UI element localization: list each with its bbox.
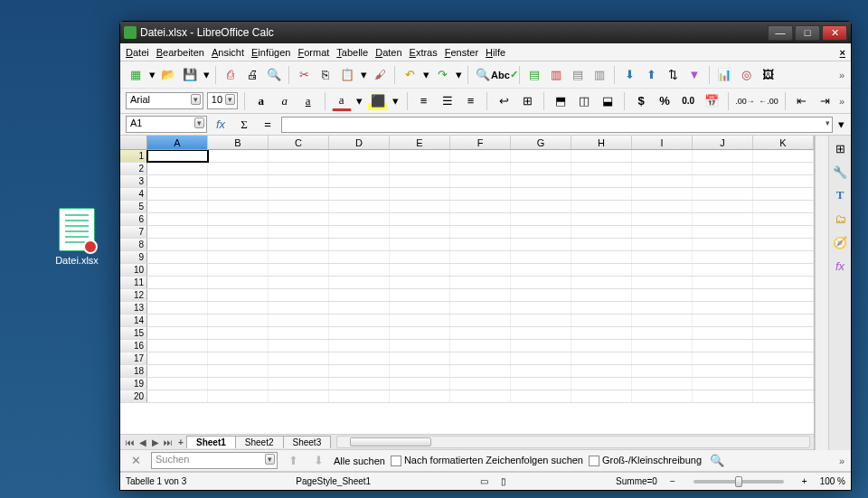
cell-C7[interactable]	[269, 226, 329, 238]
cell-E2[interactable]	[390, 163, 450, 174]
cell-F9[interactable]	[450, 251, 511, 263]
cell-I8[interactable]	[632, 239, 693, 250]
cell-E16[interactable]	[390, 340, 450, 352]
cell-J13[interactable]	[693, 302, 753, 314]
open-icon[interactable]: 📂	[158, 65, 178, 85]
zoom-in-icon[interactable]: +	[802, 476, 807, 486]
cell-A2[interactable]	[147, 163, 208, 174]
col-header-C[interactable]: C	[269, 136, 329, 149]
cell-C2[interactable]	[269, 163, 329, 174]
pivot-icon[interactable]: ◎	[736, 65, 756, 85]
col-header-B[interactable]: B	[208, 136, 269, 149]
cell-E20[interactable]	[390, 390, 450, 402]
font-color-icon[interactable]: a	[332, 91, 352, 111]
cell-A15[interactable]	[147, 327, 208, 339]
cell-F13[interactable]	[450, 302, 511, 314]
cell-B16[interactable]	[208, 340, 269, 352]
cell-A14[interactable]	[147, 315, 208, 326]
cell-A3[interactable]	[147, 175, 208, 187]
cell-D5[interactable]	[329, 201, 390, 212]
menu-help[interactable]: Hilfe	[486, 47, 505, 58]
cell-F20[interactable]	[450, 390, 511, 402]
cell-D20[interactable]	[329, 390, 390, 402]
toolbar-overflow[interactable]: »	[839, 70, 845, 80]
cell-K8[interactable]	[753, 239, 814, 250]
align-right-icon[interactable]: ≡	[460, 91, 480, 111]
col-header-A[interactable]: A	[147, 136, 208, 149]
cell-A13[interactable]	[147, 302, 208, 314]
cell-H11[interactable]	[571, 277, 632, 288]
gallery-icon[interactable]: 🗂	[831, 210, 849, 228]
redo-icon[interactable]: ↷	[432, 65, 452, 85]
cell-F17[interactable]	[450, 352, 511, 364]
cell-G8[interactable]	[511, 239, 571, 250]
cell-B17[interactable]	[208, 352, 269, 364]
cell-H19[interactable]	[571, 378, 632, 390]
row-header-12[interactable]: 12	[120, 289, 147, 301]
row-header-14[interactable]: 14	[120, 315, 147, 326]
cell-I2[interactable]	[632, 163, 693, 174]
merge-icon[interactable]: ⊞	[517, 91, 537, 111]
cell-G5[interactable]	[511, 201, 571, 212]
cell-G1[interactable]	[511, 150, 571, 162]
cell-A17[interactable]	[147, 352, 208, 364]
cell-K6[interactable]	[753, 213, 814, 225]
desktop-file-icon[interactable]: Datei.xlsx	[45, 208, 108, 266]
titlebar[interactable]: Datei.xlsx - LibreOffice Calc — □ ✕	[120, 22, 851, 43]
cell-G13[interactable]	[511, 302, 571, 314]
cell-A18[interactable]	[147, 365, 208, 377]
cell-F15[interactable]	[450, 327, 511, 339]
cell-G18[interactable]	[511, 365, 571, 377]
horizontal-scrollbar[interactable]	[336, 436, 810, 448]
cell-K7[interactable]	[753, 226, 814, 238]
cell-F5[interactable]	[450, 201, 511, 212]
menu-table[interactable]: Tabelle	[336, 47, 368, 58]
col-header-H[interactable]: H	[571, 136, 632, 149]
close-document-button[interactable]: ×	[840, 47, 845, 58]
menu-window[interactable]: Fenster	[445, 47, 478, 58]
cell-D2[interactable]	[329, 163, 390, 174]
cell-D10[interactable]	[329, 264, 390, 276]
sheet-tab-Sheet2[interactable]: Sheet2	[235, 436, 284, 448]
row-header-17[interactable]: 17	[120, 352, 147, 364]
selection-mode-icon[interactable]: ▯	[501, 476, 506, 486]
cell-I10[interactable]	[632, 264, 693, 276]
cell-D18[interactable]	[329, 365, 390, 377]
cell-I5[interactable]	[632, 201, 693, 212]
column-icon[interactable]: ▥	[546, 65, 566, 85]
search-formatted-checkbox[interactable]: Nach formatierten Zeichenfolgen suchen	[391, 455, 583, 466]
cell-C12[interactable]	[269, 289, 329, 301]
sheet-tab-Sheet3[interactable]: Sheet3	[283, 436, 332, 448]
valign-top-icon[interactable]: ⬒	[551, 91, 571, 111]
cell-H4[interactable]	[571, 188, 632, 200]
cell-C11[interactable]	[269, 277, 329, 288]
cell-F7[interactable]	[450, 226, 511, 238]
cell-I7[interactable]	[632, 226, 693, 238]
cell-G19[interactable]	[511, 378, 571, 390]
wrap-icon[interactable]: ↩	[494, 91, 514, 111]
sheet-tab-Sheet1[interactable]: Sheet1	[186, 436, 236, 448]
cell-H2[interactable]	[571, 163, 632, 174]
cell-F12[interactable]	[450, 289, 511, 301]
find-next-icon[interactable]: ⬇	[308, 451, 328, 471]
cell-I19[interactable]	[632, 378, 693, 390]
cell-B2[interactable]	[208, 163, 269, 174]
cell-J6[interactable]	[693, 213, 753, 225]
cell-G12[interactable]	[511, 289, 571, 301]
cell-F8[interactable]	[450, 239, 511, 250]
cell-C18[interactable]	[269, 365, 329, 377]
cell-G7[interactable]	[511, 226, 571, 238]
cell-C10[interactable]	[269, 264, 329, 276]
sum-icon[interactable]: Σ	[234, 115, 254, 135]
underline-icon[interactable]: a	[298, 91, 318, 111]
cell-F1[interactable]	[450, 150, 511, 162]
cell-E19[interactable]	[390, 378, 450, 390]
row-header-6[interactable]: 6	[120, 213, 147, 225]
find-icon[interactable]: 🔍	[473, 65, 493, 85]
cell-A10[interactable]	[147, 264, 208, 276]
preview-icon[interactable]: 🔍	[264, 65, 284, 85]
cell-G15[interactable]	[511, 327, 571, 339]
close-find-icon[interactable]: ✕	[126, 451, 146, 471]
cell-J17[interactable]	[693, 352, 753, 364]
cell-I20[interactable]	[632, 390, 693, 402]
